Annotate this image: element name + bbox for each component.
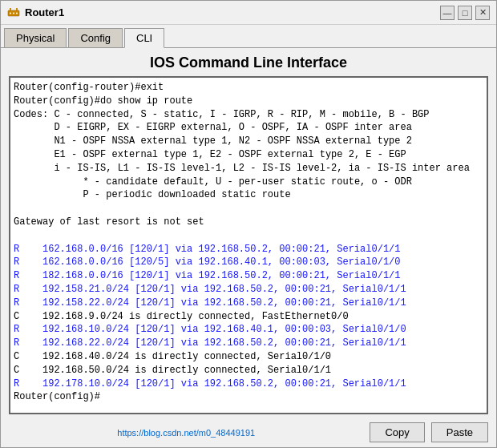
tab-config[interactable]: Config [68, 28, 123, 47]
title-bar-left: Router1 [7, 6, 64, 19]
cli-area: Router(config-router)#exit Router(config… [1, 76, 496, 418]
svg-point-3 [16, 12, 18, 14]
close-button[interactable]: ✕ [475, 6, 490, 20]
tab-cli[interactable]: CLI [124, 28, 164, 48]
watermark: https://blog.csdn.net/m0_48449191 [9, 428, 363, 438]
svg-point-1 [10, 12, 11, 14]
title-bar: Router1 — □ ✕ [1, 1, 496, 25]
bottom-bar: https://blog.csdn.net/m0_48449191 Copy P… [1, 418, 496, 447]
svg-point-2 [13, 12, 14, 14]
page-title: IOS Command Line Interface [1, 48, 496, 76]
minimize-button[interactable]: — [440, 6, 455, 20]
terminal-output[interactable]: Router(config-router)#exit Router(config… [9, 76, 488, 414]
svg-rect-4 [10, 8, 11, 10]
title-bar-controls: — □ ✕ [440, 6, 490, 20]
svg-rect-5 [16, 8, 18, 10]
window-title: Router1 [25, 6, 64, 18]
maximize-button[interactable]: □ [458, 6, 472, 20]
paste-button[interactable]: Paste [431, 422, 488, 442]
router-window: Router1 — □ ✕ Physical Config CLI IOS Co… [0, 0, 497, 448]
router-icon [7, 6, 20, 19]
tab-bar: Physical Config CLI [1, 25, 496, 48]
tab-physical[interactable]: Physical [4, 28, 67, 47]
copy-button[interactable]: Copy [370, 422, 424, 442]
